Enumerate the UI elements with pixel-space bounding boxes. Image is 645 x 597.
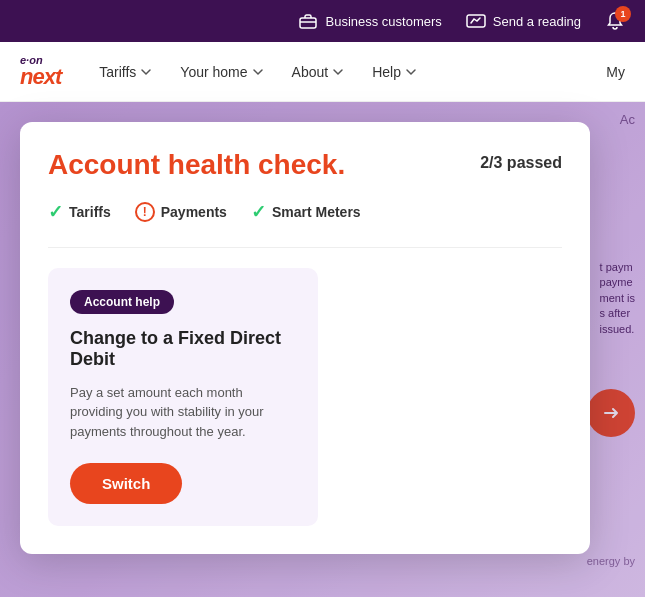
send-reading-label: Send a reading [493, 14, 581, 29]
tariffs-check-icon: ✓ [48, 201, 63, 223]
notification-count: 1 [615, 6, 631, 22]
account-help-card: Account help Change to a Fixed Direct De… [48, 268, 318, 527]
modal-overlay: Account health check. 2/3 passed ✓ Tarif… [0, 102, 645, 597]
chevron-down-icon [252, 66, 264, 78]
nav-about[interactable]: About [292, 64, 345, 80]
your-home-label: Your home [180, 64, 247, 80]
payments-check-label: Payments [161, 204, 227, 220]
briefcase-icon [298, 11, 318, 31]
logo[interactable]: e·on next [20, 55, 61, 88]
chevron-down-icon [405, 66, 417, 78]
payments-warning-icon: ! [135, 202, 155, 222]
tariffs-check-label: Tariffs [69, 204, 111, 220]
nav-bar: e·on next Tariffs Your home About Help M… [0, 42, 645, 102]
nav-help[interactable]: Help [372, 64, 417, 80]
card-tag: Account help [70, 290, 174, 314]
nav-your-home[interactable]: Your home [180, 64, 263, 80]
send-reading-link[interactable]: Send a reading [466, 11, 581, 31]
top-bar: Business customers Send a reading 1 [0, 0, 645, 42]
notification-bell[interactable]: 1 [605, 11, 625, 31]
check-payments: ! Payments [135, 202, 227, 222]
svg-rect-0 [300, 18, 316, 28]
switch-button[interactable]: Switch [70, 463, 182, 504]
meter-icon [466, 11, 486, 31]
card-description: Pay a set amount each month providing yo… [70, 383, 296, 442]
smart-meters-check-icon: ✓ [251, 201, 266, 223]
nav-tariffs[interactable]: Tariffs [99, 64, 152, 80]
my-label: My [606, 64, 625, 80]
check-tariffs: ✓ Tariffs [48, 201, 111, 223]
help-label: Help [372, 64, 401, 80]
chevron-down-icon [140, 66, 152, 78]
check-smart-meters: ✓ Smart Meters [251, 201, 361, 223]
smart-meters-check-label: Smart Meters [272, 204, 361, 220]
logo-next: next [20, 66, 61, 88]
check-items-row: ✓ Tariffs ! Payments ✓ Smart Meters [48, 201, 562, 223]
card-title: Change to a Fixed Direct Debit [70, 328, 296, 371]
about-label: About [292, 64, 329, 80]
nav-my[interactable]: My [606, 64, 625, 80]
chevron-down-icon [332, 66, 344, 78]
business-customers-link[interactable]: Business customers [298, 11, 441, 31]
modal-passed: 2/3 passed [480, 154, 562, 172]
tariffs-label: Tariffs [99, 64, 136, 80]
modal-header: Account health check. 2/3 passed [48, 150, 562, 181]
business-customers-label: Business customers [325, 14, 441, 29]
modal-title: Account health check. [48, 150, 345, 181]
account-health-modal: Account health check. 2/3 passed ✓ Tarif… [20, 122, 590, 554]
modal-divider [48, 247, 562, 248]
